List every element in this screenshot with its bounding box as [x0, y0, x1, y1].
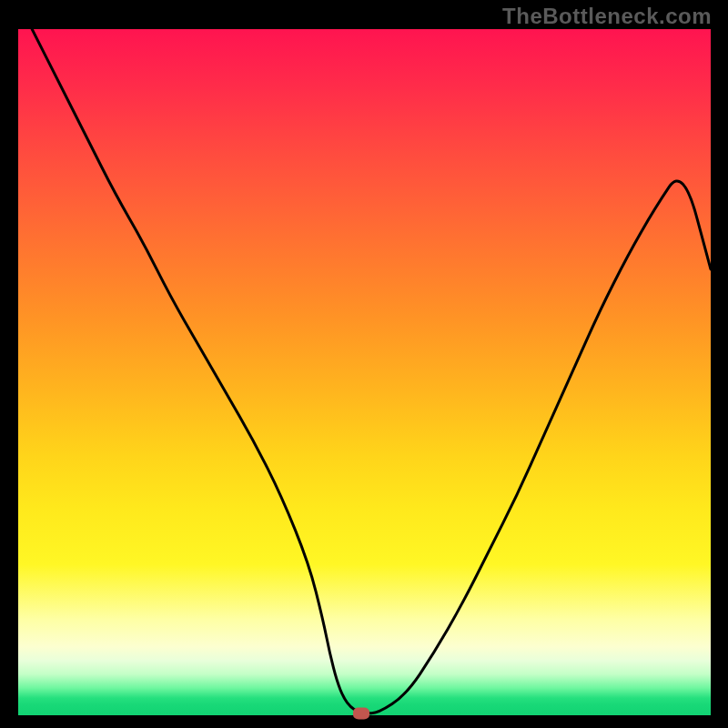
chart-frame: TheBottleneck.com [0, 0, 728, 728]
watermark-text: TheBottleneck.com [502, 4, 712, 29]
plot-area [18, 29, 711, 715]
bottleneck-curve [32, 29, 711, 713]
optimal-point-marker [353, 707, 369, 719]
curve-svg [18, 29, 711, 715]
